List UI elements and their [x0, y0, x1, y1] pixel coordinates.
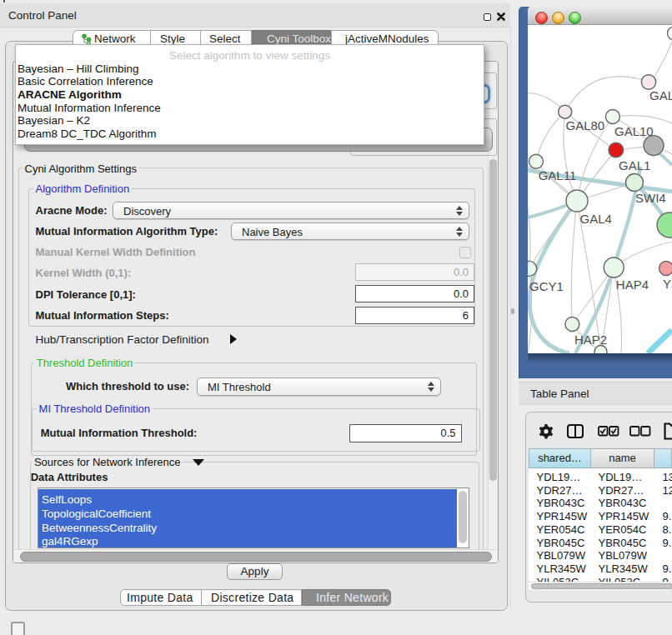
svg-text:GAL4: GAL4	[580, 212, 612, 226]
svg-text:GAL10: GAL10	[614, 124, 654, 138]
svg-text:GAL80: GAL80	[566, 118, 605, 132]
svg-text:GAL7: GAL7	[649, 88, 672, 102]
svg-text:HAP2: HAP2	[574, 332, 607, 347]
svg-text:GAL1: GAL1	[619, 158, 650, 172]
svg-text:GAL11: GAL11	[539, 168, 577, 182]
svg-text:HAP4: HAP4	[616, 278, 649, 292]
svg-text:YJ: YJ	[663, 277, 672, 291]
svg-text:SWI4: SWI4	[635, 191, 666, 205]
svg-text:GCY1: GCY1	[529, 279, 564, 293]
